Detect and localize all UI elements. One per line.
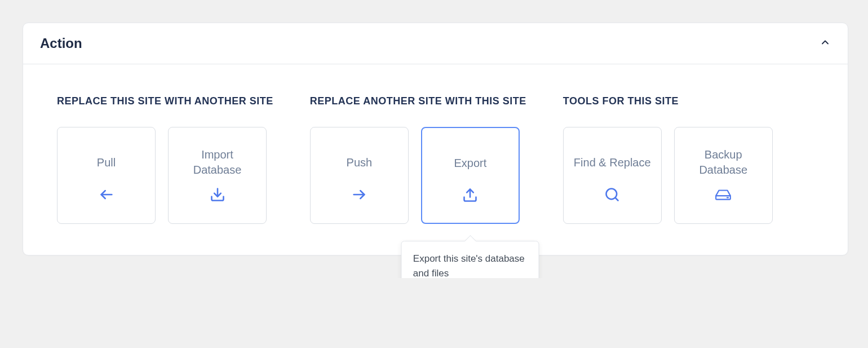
export-card[interactable]: Export Export this site's database and f… xyxy=(421,127,520,224)
cards-replace-this: Pull Import Database xyxy=(57,127,273,224)
export-label: Export xyxy=(446,146,494,180)
backup-database-card[interactable]: Backup Database xyxy=(674,127,773,224)
find-replace-card[interactable]: Find & Replace xyxy=(563,127,662,224)
import-database-label: Import Database xyxy=(169,146,266,179)
download-icon xyxy=(209,186,226,203)
push-card[interactable]: Push xyxy=(310,127,409,224)
search-icon xyxy=(604,186,621,203)
arrow-right-icon xyxy=(351,186,367,203)
cards-replace-another: Push Export Export this site's database … xyxy=(310,127,526,224)
action-panel: Action REPLACE THIS SITE WITH ANOTHER SI… xyxy=(23,23,848,256)
arrow-left-icon xyxy=(98,186,115,203)
chevron-up-icon xyxy=(820,37,831,50)
action-panel-header[interactable]: Action xyxy=(23,23,848,64)
backup-database-label: Backup Database xyxy=(675,146,772,179)
group-tools: TOOLS FOR THIS SITE Find & Replace Backu… xyxy=(563,95,773,224)
group-heading-tools: TOOLS FOR THIS SITE xyxy=(563,95,773,107)
upload-icon xyxy=(462,187,479,204)
pull-card[interactable]: Pull xyxy=(57,127,156,224)
group-replace-another-site: REPLACE ANOTHER SITE WITH THIS SITE Push… xyxy=(310,95,526,224)
group-heading-replace-another: REPLACE ANOTHER SITE WITH THIS SITE xyxy=(310,95,526,107)
import-database-card[interactable]: Import Database xyxy=(168,127,267,224)
hard-drive-icon xyxy=(715,186,732,203)
export-tooltip-text: Export this site's database and files xyxy=(413,253,525,278)
push-label: Push xyxy=(339,146,380,179)
action-panel-body: REPLACE THIS SITE WITH ANOTHER SITE Pull… xyxy=(23,64,848,255)
pull-label: Pull xyxy=(89,146,123,179)
group-heading-replace-this: REPLACE THIS SITE WITH ANOTHER SITE xyxy=(57,95,273,107)
group-replace-this-site: REPLACE THIS SITE WITH ANOTHER SITE Pull… xyxy=(57,95,273,224)
cards-tools: Find & Replace Backup Database xyxy=(563,127,773,224)
svg-line-5 xyxy=(615,197,618,200)
find-replace-label: Find & Replace xyxy=(566,146,659,179)
export-tooltip: Export this site's database and files xyxy=(401,241,539,278)
action-panel-title: Action xyxy=(40,36,82,51)
